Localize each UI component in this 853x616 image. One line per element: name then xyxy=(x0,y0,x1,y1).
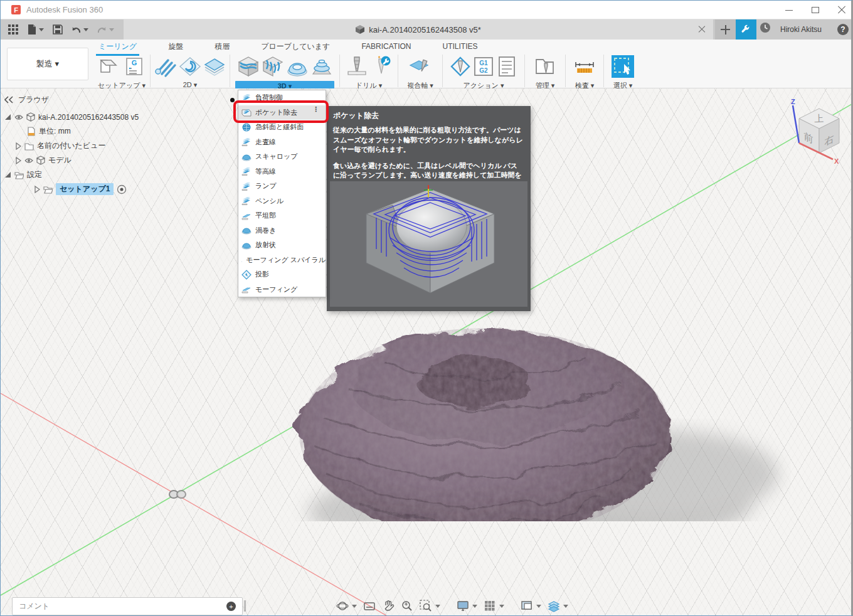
expanded-triangle-icon[interactable] xyxy=(4,114,11,120)
grid-snap-icon[interactable] xyxy=(482,598,506,613)
zoom-icon[interactable] xyxy=(400,598,415,613)
comment-bar-resize-handle[interactable] xyxy=(244,600,246,612)
menu-item-scallop[interactable]: スキャロップ xyxy=(238,149,326,164)
collapsed-triangle-icon[interactable] xyxy=(16,142,21,150)
menu-item-pocket-clearing[interactable]: ポケット除去⋮ xyxy=(238,105,326,120)
3d-adaptive-icon[interactable] xyxy=(237,55,260,78)
morph-icon xyxy=(241,284,252,294)
menu-item-morph[interactable]: モーフィング xyxy=(238,282,326,297)
menu-item-contour[interactable]: 等高線 xyxy=(238,164,326,179)
collapsed-triangle-icon[interactable] xyxy=(16,157,21,164)
document-title: kai-A.20140205162443508 v5* xyxy=(369,25,481,35)
save-button[interactable] xyxy=(50,19,65,40)
file-menu-button[interactable] xyxy=(24,19,46,40)
active-setup-radio-icon[interactable] xyxy=(117,184,127,194)
browser-model-row[interactable]: モデル xyxy=(4,153,167,167)
help-icon[interactable]: ? xyxy=(837,24,849,35)
new-tab-button[interactable] xyxy=(715,19,736,40)
multiaxis-icon[interactable] xyxy=(409,56,432,77)
2d-adaptive-icon[interactable] xyxy=(154,55,177,78)
measure-icon[interactable] xyxy=(574,58,595,75)
viewcube-top-label[interactable]: 上 xyxy=(814,113,824,124)
drill-create-icon[interactable] xyxy=(370,55,393,78)
document-tab[interactable]: kai-A.20140205162443508 v5* xyxy=(124,19,713,40)
drill-icon[interactable] xyxy=(346,55,368,78)
3d-scallop-icon[interactable] xyxy=(286,55,309,78)
2d-face-icon[interactable] xyxy=(203,55,226,78)
menu-item-radial[interactable]: 放射状 xyxy=(238,238,326,253)
expanded-triangle-icon[interactable] xyxy=(4,171,11,178)
group-select: 選択 ▾ xyxy=(605,53,640,90)
browser-layout-icon[interactable] xyxy=(546,598,570,613)
tab-probing[interactable]: プローブしています xyxy=(258,40,332,53)
browser-settings-row[interactable]: 設定 xyxy=(4,167,167,182)
visibility-eye-icon[interactable] xyxy=(14,114,23,121)
menu-item-spiral[interactable]: 渦巻き xyxy=(238,223,326,238)
browser-root-label[interactable]: kai-A.20140205162443508 v5 xyxy=(38,113,139,122)
job-status-button[interactable] xyxy=(736,19,756,40)
browser-settings-label[interactable]: 設定 xyxy=(27,169,42,180)
tab-utilities[interactable]: UTILITIES xyxy=(440,41,480,52)
menu-item-project[interactable]: 投影 xyxy=(238,267,326,282)
maximize-icon[interactable] xyxy=(811,6,820,14)
browser-setup1-row[interactable]: セットアップ1 xyxy=(4,182,167,196)
menu-item-steep-shallow[interactable]: 急斜面と緩斜面 xyxy=(238,120,326,135)
notifications-clock-icon[interactable] xyxy=(760,22,773,38)
group-manage: 管理 ▾ xyxy=(526,53,564,90)
pan-icon[interactable] xyxy=(381,598,396,613)
close-icon[interactable] xyxy=(837,6,846,14)
browser-named-views-label[interactable]: 名前の付いたビュー xyxy=(37,141,105,151)
collapse-panel-icon[interactable] xyxy=(4,96,13,104)
post-process-icon[interactable] xyxy=(473,56,494,77)
document-tab-close-icon[interactable] xyxy=(698,26,706,33)
display-settings-icon[interactable] xyxy=(455,598,479,613)
2d-pocket-icon[interactable] xyxy=(179,55,201,78)
folder-open-icon xyxy=(43,185,53,194)
collapsed-triangle-icon[interactable] xyxy=(34,186,40,193)
app-grid-icon[interactable] xyxy=(6,19,21,40)
tab-fabrication[interactable]: FABRICATION xyxy=(359,41,413,52)
browser-setup1-label[interactable]: セットアップ1 xyxy=(56,183,114,195)
simulate-icon[interactable] xyxy=(450,56,471,77)
undo-button[interactable] xyxy=(69,19,91,40)
menu-item-pencil[interactable]: ペンシル xyxy=(238,194,326,209)
tab-milling[interactable]: ミーリング xyxy=(96,40,139,53)
tab-turning[interactable]: 旋盤 xyxy=(166,40,186,53)
menu-item-horizontal[interactable]: 平坦部 xyxy=(238,208,326,223)
post-g-icon[interactable] xyxy=(124,56,144,77)
browser-root-row[interactable]: kai-A.20140205162443508 v5 xyxy=(4,110,167,124)
browser-named-views-row[interactable]: 名前の付いたビュー xyxy=(4,139,167,153)
fit-zoom-icon[interactable] xyxy=(418,598,442,613)
parallel-icon xyxy=(241,137,252,147)
workspace-selector-button[interactable]: 製造 ▾ xyxy=(7,48,88,80)
menu-item-ramp[interactable]: ランプ xyxy=(238,179,326,194)
comment-placeholder: コメント xyxy=(19,601,50,612)
user-name[interactable]: Hiroki Akitsu xyxy=(780,19,822,40)
browser-units-label[interactable]: 単位: mm xyxy=(39,126,71,137)
setup-folder-icon[interactable] xyxy=(100,55,122,78)
select-icon[interactable] xyxy=(612,55,634,78)
visibility-eye-icon[interactable] xyxy=(24,157,33,164)
menu-item-morphed-spiral[interactable]: モーフィング スパイラル xyxy=(238,253,326,268)
minimize-icon[interactable] xyxy=(785,6,793,14)
menu-item-options-icon[interactable]: ⋮ xyxy=(312,108,319,111)
view-cube[interactable]: 上 前 右 Z X xyxy=(781,98,853,170)
3d-parallel-icon[interactable] xyxy=(262,55,284,78)
tab-additive[interactable]: 積層 xyxy=(212,40,232,53)
redo-button[interactable] xyxy=(95,19,117,40)
3d-spiral-icon[interactable] xyxy=(310,55,333,78)
viewports-icon[interactable] xyxy=(519,598,543,613)
browser-model-label[interactable]: モデル xyxy=(48,155,72,166)
browser-units-row[interactable]: 単位: mm xyxy=(4,124,167,139)
application-bar: kai-A.20140205162443508 v5* Hiroki Akits… xyxy=(1,19,851,40)
tool-library-icon[interactable] xyxy=(534,56,556,77)
group-actions: アクション ▾ xyxy=(444,53,523,90)
menu-item-parallel[interactable]: 走査線 xyxy=(238,135,326,150)
setup-sheet-icon[interactable] xyxy=(496,56,517,77)
look-at-icon[interactable] xyxy=(362,598,377,613)
comment-input[interactable]: コメント + xyxy=(12,597,243,615)
fusion-logo-icon: F xyxy=(11,5,21,14)
add-comment-icon[interactable]: + xyxy=(226,602,236,611)
orbit-icon[interactable] xyxy=(335,598,358,613)
menu-item-adaptive-clearing[interactable]: 負荷制御 xyxy=(238,90,326,105)
